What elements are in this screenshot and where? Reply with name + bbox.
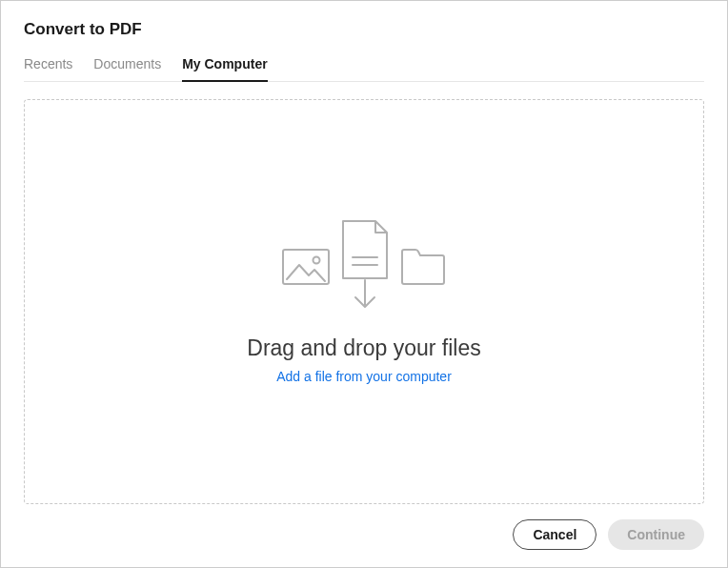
- tab-documents[interactable]: Documents: [93, 56, 161, 81]
- footer: Cancel Continue: [24, 504, 704, 550]
- svg-point-1: [313, 257, 320, 264]
- add-file-link[interactable]: Add a file from your computer: [276, 369, 452, 384]
- dropzone-illustration: [282, 219, 446, 318]
- page-title: Convert to PDF: [24, 20, 704, 39]
- folder-icon: [400, 248, 446, 290]
- continue-button: Continue: [608, 519, 704, 550]
- dropzone-heading: Drag and drop your files: [247, 335, 480, 361]
- tab-recents[interactable]: Recents: [24, 56, 72, 81]
- tabs: Recents Documents My Computer: [24, 56, 704, 82]
- image-icon: [282, 249, 330, 289]
- document-arrow-icon: [337, 219, 393, 318]
- cancel-button[interactable]: Cancel: [513, 519, 597, 550]
- dropzone[interactable]: Drag and drop your files Add a file from…: [24, 99, 704, 504]
- tab-my-computer[interactable]: My Computer: [182, 56, 267, 81]
